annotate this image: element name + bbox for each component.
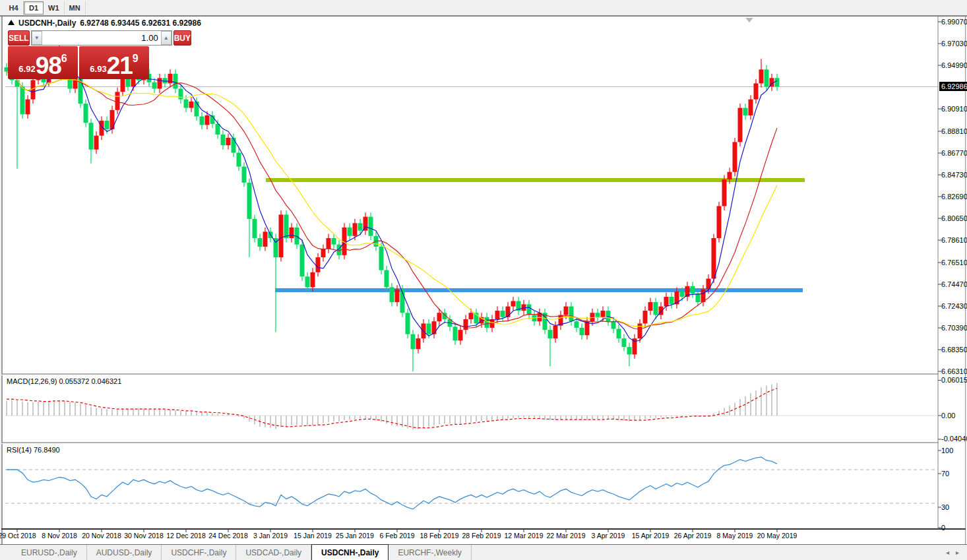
tab-scroll-arrows: ◂ ▸: [946, 545, 967, 560]
one-click-trade-panel: SELL ▼ ▲ BUY 6.92 98 6 6.93 21 9: [8, 30, 149, 79]
price-axis-label: 6.78610: [941, 236, 967, 244]
sell-price-major: 6.92: [18, 64, 35, 74]
buy-price-major: 6.93: [90, 64, 106, 74]
chart-tab-usdchf-daily[interactable]: USDCHF-,Daily: [162, 545, 236, 560]
chart-tab-usdcnh-daily[interactable]: USDCNH-,Daily: [311, 544, 389, 560]
volume-stepper: ▼ ▲: [31, 30, 172, 46]
timeframe-h4-button[interactable]: H4: [4, 1, 24, 15]
rsi-axis-label: 100: [941, 447, 953, 454]
rsi-axis-label: 30: [941, 503, 949, 511]
timeframe-d1-button[interactable]: D1: [24, 1, 44, 15]
trendline-support: [275, 288, 803, 292]
price-axis-label: 6.99070: [941, 18, 967, 26]
chart-tab-audusd-daily[interactable]: AUDUSD-,Daily: [87, 545, 162, 560]
sell-price-pips: 98: [36, 55, 61, 77]
price-axis-label: 6.82690: [941, 193, 967, 201]
rsi-axis-label: 70: [941, 470, 949, 478]
price-axis-label: 6.88810: [941, 127, 967, 135]
price-axis-label: 6.84730: [941, 171, 967, 179]
date-label: 30 Nov 2018: [119, 532, 168, 540]
chart-tab-bar: EURUSD-,DailyAUDUSD-,DailyUSDCHF-,DailyU…: [0, 544, 967, 560]
date-label: 28 Feb 2019: [457, 532, 506, 540]
buy-price-point: 9: [133, 53, 139, 65]
date-label: 8 May 2019: [710, 532, 759, 540]
sell-price-point: 6: [61, 53, 67, 65]
price-axis-label: 6.80650: [941, 214, 967, 222]
price-axis-label: 6.74470: [941, 280, 967, 288]
volume-input[interactable]: [42, 31, 161, 45]
symbol-expand-icon[interactable]: [8, 20, 15, 25]
date-label: 12 Mar 2019: [499, 532, 548, 540]
date-label: 22 Mar 2019: [542, 532, 590, 540]
volume-increase-icon[interactable]: ▲: [161, 31, 172, 45]
timeframe-toolbar: H4 D1 W1 MN: [0, 0, 967, 16]
rsi-axis-label: 0: [941, 524, 945, 532]
price-axis-label: 6.94990: [941, 61, 967, 69]
price-axis-label: 6.72430: [941, 302, 967, 310]
volume-decrease-icon[interactable]: ▼: [32, 31, 42, 45]
price-axis-label: 6.70390: [941, 324, 967, 332]
date-label: 20 Nov 2018: [77, 532, 126, 540]
rsi-line: [7, 457, 777, 509]
macd-axis-label: 0.060159: [941, 376, 967, 384]
price-axis-label: 6.90910: [941, 105, 967, 113]
buy-button[interactable]: BUY: [173, 30, 191, 46]
price-chart-canvas[interactable]: [0, 0, 967, 560]
date-label: 12 Dec 2018: [162, 532, 210, 540]
macd-axis-label: 0.00: [941, 412, 955, 420]
chart-tab-eurchf-weekly[interactable]: EURCHF-,Weekly: [389, 545, 471, 560]
current-price-tag: 6.92986: [939, 82, 967, 91]
buy-price-tile[interactable]: 6.93 21 9: [79, 46, 149, 79]
chart-tab-list: EURUSD-,DailyAUDUSD-,DailyUSDCHF-,DailyU…: [12, 545, 472, 560]
date-label: 3 Apr 2019: [584, 532, 633, 540]
date-label: 18 Feb 2019: [415, 532, 464, 540]
date-label: 24 Dec 2018: [204, 532, 253, 540]
rsi-label: RSI(14) 76.8490: [7, 446, 60, 454]
date-label: 25 Jan 2019: [330, 532, 379, 540]
price-axis-label: 6.86770: [941, 149, 967, 157]
price-axis-label: 6.68350: [941, 346, 967, 354]
timeframe-mn-button[interactable]: MN: [65, 1, 86, 15]
price-axis-label: 6.76510: [941, 259, 967, 266]
date-label: 20 May 2019: [753, 532, 801, 540]
price-axis-label: 6.97030: [941, 40, 967, 47]
chart-shift-marker-icon[interactable]: [745, 18, 753, 22]
chart-tab-eurusd-daily[interactable]: EURUSD-,Daily: [12, 545, 87, 560]
timeframe-w1-button[interactable]: W1: [44, 1, 65, 15]
date-label: 6 Feb 2019: [373, 532, 421, 540]
tab-scroll-right-icon[interactable]: ▸: [956, 549, 959, 556]
sell-button[interactable]: SELL: [8, 30, 30, 46]
date-label: 8 Nov 2018: [35, 532, 84, 540]
date-label: 26 Apr 2019: [668, 532, 717, 540]
price-axis-label: 6.66310: [941, 367, 967, 375]
tab-scroll-left-icon[interactable]: ◂: [946, 549, 949, 556]
date-label: 15 Apr 2019: [626, 532, 675, 540]
date-label: 3 Jan 2019: [246, 532, 295, 540]
symbol-ohlc-values: 6.92748 6.93445 6.92631 6.92986: [80, 18, 201, 28]
macd-axis-label: -0.040407: [941, 435, 967, 443]
trading-terminal: H4 D1 W1 MN USDCNH-,Daily 6.92748 6.9344…: [0, 0, 967, 560]
macd-label: MACD(12,26,9) 0.055372 0.046321: [7, 377, 121, 385]
date-label: 15 Jan 2019: [288, 532, 337, 540]
buy-price-pips: 21: [107, 55, 133, 77]
chart-tab-usdcad-daily[interactable]: USDCAD-,Daily: [236, 545, 311, 560]
symbol-title: USDCNH-,Daily: [18, 18, 76, 28]
sell-price-tile[interactable]: 6.92 98 6: [8, 46, 78, 79]
symbol-header: USDCNH-,Daily 6.92748 6.93445 6.92631 6.…: [8, 18, 201, 28]
